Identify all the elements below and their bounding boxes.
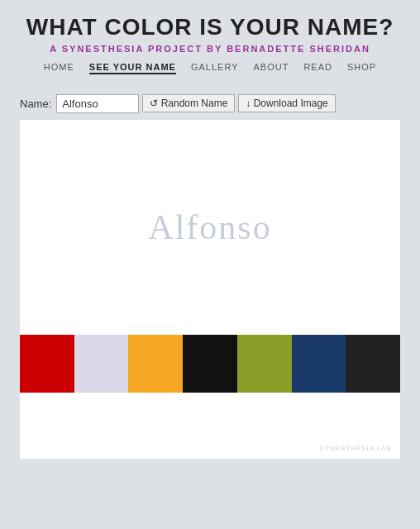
page-wrapper: WHAT COLOR IS YOUR NAME? A SYNESTHESIA P… <box>0 0 420 529</box>
nav-home[interactable]: HOME <box>44 62 74 74</box>
swatch-red <box>20 335 74 393</box>
watermark: SYNESTHESIA LAB <box>319 445 392 452</box>
swatch-black <box>183 335 237 393</box>
subtitle: A SYNESTHESIA PROJECT BY BERNADETTE SHER… <box>8 44 412 54</box>
header: WHAT COLOR IS YOUR NAME? A SYNESTHESIA P… <box>0 0 420 78</box>
swatch-near-black <box>346 335 400 393</box>
swatch-yellow-green <box>237 335 292 393</box>
content-area: Name: ↺ Random Name ↓ Download Image Alf… <box>20 94 400 459</box>
footer-area: SYNESTHESIA LAB <box>20 393 400 459</box>
controls-row: Name: ↺ Random Name ↓ Download Image <box>20 94 400 113</box>
color-swatches <box>20 335 400 393</box>
nav-shop[interactable]: SHOP <box>347 62 376 74</box>
download-image-button[interactable]: ↓ Download Image <box>238 94 335 112</box>
nav-about[interactable]: ABOUT <box>254 62 289 74</box>
main-title: WHAT COLOR IS YOUR NAME? <box>8 15 412 41</box>
nav-read[interactable]: READ <box>303 62 332 74</box>
name-display-area: Alfonso <box>20 120 400 335</box>
nav-gallery[interactable]: GALLERY <box>191 62 239 74</box>
name-label: Name: <box>20 98 51 110</box>
swatch-lavender <box>74 335 129 393</box>
nav-see-your-name[interactable]: SEE YOUR NAME <box>89 62 176 74</box>
random-name-button[interactable]: ↺ Random Name <box>142 94 235 112</box>
name-display-text: Alfonso <box>148 207 271 247</box>
navigation: HOME SEE YOUR NAME GALLERY ABOUT READ SH… <box>8 62 412 74</box>
name-input[interactable] <box>56 94 139 113</box>
swatch-dark-blue <box>292 335 346 393</box>
canvas-area: Alfonso SYNESTHESIA LAB <box>20 120 400 459</box>
swatch-orange <box>128 335 183 393</box>
